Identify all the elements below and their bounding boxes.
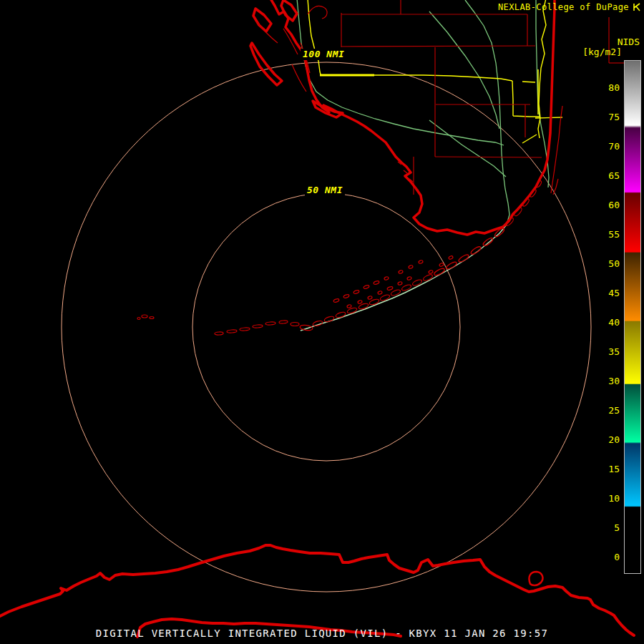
range-rings (62, 62, 591, 592)
key-island (323, 316, 334, 323)
key-island (406, 276, 411, 280)
colorbar-scale (624, 60, 641, 574)
key-island (346, 304, 351, 308)
key-island (215, 332, 223, 336)
cod-lightning-logo-icon (632, 2, 642, 12)
key-island (408, 265, 413, 269)
radar-display: 100 NMI 50 NMI NEXLAB-College of DuPage … (0, 0, 644, 644)
key-island (418, 260, 423, 264)
key-island (422, 273, 433, 282)
road-diagonal-1 (429, 11, 499, 129)
cuba-coastline (0, 545, 634, 637)
key-island (397, 281, 402, 286)
highway-branch-2 (522, 82, 535, 82)
highway-branch-1 (512, 81, 540, 117)
key-island (448, 255, 453, 260)
brand-title: NEXLAB-College of DuPage (498, 2, 642, 12)
key-island (398, 270, 403, 274)
colorbar-tick-label: 5 (594, 522, 620, 535)
key-island (411, 278, 422, 286)
key-island (377, 291, 382, 295)
colorbar-tick-label: 45 (594, 287, 620, 300)
colorbar-tick-label: 80 (594, 82, 620, 94)
key-island (439, 263, 444, 267)
colorbar-title: NIDS (618, 36, 640, 47)
key-island (364, 285, 370, 289)
florida-mainland-coast (270, 0, 555, 235)
highway-branch-3 (522, 135, 537, 143)
range-ring-50nmi (192, 193, 460, 461)
colorbar-tick-label: 20 (594, 434, 620, 447)
key-island (367, 296, 372, 300)
colorbar-tick-label: 75 (594, 111, 620, 124)
key-island (227, 330, 237, 333)
highway-causeway (535, 117, 562, 118)
product-caption: DIGITAL VERTICALLY INTEGRATED LIQUID (VI… (0, 628, 644, 639)
key-island (374, 280, 380, 285)
colorbar-tick-label: 25 (594, 404, 620, 417)
colorbar-units: [kg/m2] (582, 47, 622, 57)
key-island (357, 300, 362, 304)
colorbar-tick-label: 15 (594, 463, 620, 476)
colorbar-tick-label: 0 (594, 551, 620, 564)
colorbar-tick-label: 30 (594, 375, 620, 388)
cuba-north-coast (0, 545, 634, 635)
key-island (387, 286, 394, 291)
range-ring-100nmi (62, 62, 591, 592)
florida-keys-islands (137, 180, 542, 335)
key-island (333, 298, 340, 303)
barrier-islands (250, 43, 282, 85)
colorbar-tick-label: 50 (594, 258, 620, 270)
key-island (265, 322, 275, 326)
key-island (379, 294, 390, 302)
key-island (279, 321, 288, 324)
key-island (142, 315, 147, 318)
colorbar-tick-label: 40 (594, 316, 620, 329)
key-island (535, 180, 542, 187)
colorbar-tick-label: 70 (594, 140, 620, 153)
key-island (428, 270, 433, 274)
range-ring-label-100: 100 NMI (301, 49, 346, 60)
radar-map (0, 0, 644, 644)
key-island (335, 311, 346, 318)
brand-text: NEXLAB-College of DuPage (498, 2, 629, 12)
key-island (150, 317, 154, 319)
highway-41-east (374, 75, 512, 81)
colorbar-tick-label: 55 (594, 228, 620, 241)
key-island (253, 325, 263, 328)
county-boundaries (341, 0, 624, 195)
road-diagonal-2 (429, 120, 506, 177)
key-island (353, 290, 360, 294)
range-ring-label-50: 50 NMI (305, 185, 345, 196)
key-island (291, 323, 299, 326)
colorbar-tick-label: 35 (594, 346, 620, 358)
island-2 (281, 0, 297, 21)
key-island (137, 318, 140, 320)
cuba-islet (529, 572, 542, 585)
sanibel-island (313, 101, 343, 117)
road-us1-north (465, 0, 509, 225)
colorbar-tick-label: 65 (594, 170, 620, 182)
key-island (446, 260, 458, 270)
road-overseas-highway (301, 225, 507, 331)
key-island (384, 276, 389, 280)
key-island (343, 294, 350, 298)
key-island (240, 328, 250, 331)
key-island (482, 237, 494, 247)
florida-coastline (250, 0, 562, 235)
biscayne-barrier (551, 106, 562, 195)
key-island (458, 253, 470, 263)
colorbar-tick-label: 10 (594, 492, 620, 505)
colorbar-tick-label: 60 (594, 199, 620, 212)
key-island (470, 245, 482, 255)
